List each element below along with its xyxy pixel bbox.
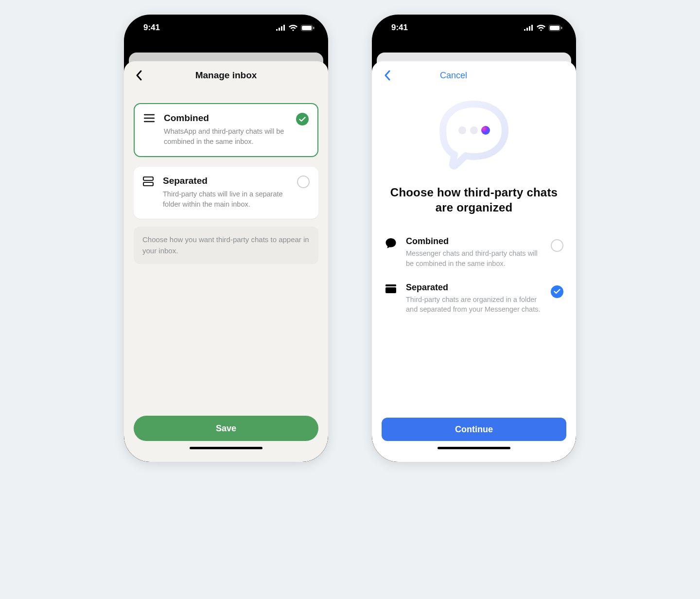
combined-lines-icon <box>142 113 156 146</box>
nav-bar: Manage inbox <box>124 61 328 89</box>
check-icon <box>299 117 306 122</box>
cellular-icon <box>276 25 285 31</box>
option-desc: Messenger chats and third-party chats wi… <box>406 248 542 268</box>
svg-point-8 <box>458 126 466 134</box>
svg-rect-12 <box>385 287 396 293</box>
battery-icon <box>301 25 315 31</box>
status-bar: 9:41 <box>372 15 576 41</box>
option-desc: WhatsApp and third-party chats will be c… <box>164 126 288 146</box>
option-title: Separated <box>163 176 289 186</box>
svg-point-10 <box>481 126 490 135</box>
svg-rect-7 <box>561 27 562 29</box>
hero-illustration <box>382 94 566 185</box>
nav-bar: Cancel <box>372 61 576 89</box>
option-title: Combined <box>406 236 542 247</box>
option-desc: Third-party chats are organized in a fol… <box>406 295 542 315</box>
radio-combined[interactable] <box>551 239 563 252</box>
cellular-icon <box>524 25 533 31</box>
option-separated[interactable]: Separated Third-party chats are organize… <box>382 276 566 321</box>
phone-whatsapp: 9:41 Manage inbox <box>124 15 328 462</box>
wifi-icon <box>537 25 545 31</box>
svg-rect-1 <box>302 26 312 30</box>
battery-icon <box>549 25 562 31</box>
option-separated[interactable]: Separated Third-party chats will live in… <box>134 167 318 219</box>
home-indicator <box>190 447 262 449</box>
check-icon <box>554 289 560 294</box>
chat-bubble-icon <box>435 100 513 173</box>
status-indicators <box>276 25 315 31</box>
folder-icon <box>385 282 397 294</box>
svg-rect-2 <box>313 27 315 29</box>
separated-rows-icon <box>141 176 155 209</box>
svg-rect-6 <box>550 26 560 30</box>
cancel-button[interactable]: Cancel <box>440 70 467 81</box>
svg-point-9 <box>470 126 478 134</box>
option-title: Separated <box>406 282 542 293</box>
back-button[interactable] <box>380 68 394 83</box>
status-bar: 9:41 <box>124 15 328 41</box>
page-title: Manage inbox <box>124 70 328 81</box>
sheet-manage-inbox: Manage inbox Combined WhatsApp and third… <box>124 61 328 462</box>
svg-rect-11 <box>385 284 396 286</box>
sheet-choose-organization: Cancel <box>372 61 576 462</box>
continue-button[interactable]: Continue <box>382 418 566 441</box>
radio-separated[interactable] <box>297 176 310 188</box>
option-combined[interactable]: Combined Messenger chats and third-party… <box>382 229 566 275</box>
option-desc: Third-party chats will live in a separat… <box>163 189 289 209</box>
radio-separated-selected[interactable] <box>551 285 563 298</box>
status-indicators <box>524 25 562 31</box>
home-indicator <box>438 447 510 449</box>
caption-text: Choose how you want third-party chats to… <box>134 227 318 264</box>
status-time: 9:41 <box>391 23 408 33</box>
option-combined[interactable]: Combined WhatsApp and third-party chats … <box>134 103 318 157</box>
radio-combined-selected[interactable] <box>296 113 309 125</box>
phone-messenger: 9:41 Cancel <box>372 15 576 462</box>
svg-rect-3 <box>143 177 153 180</box>
wifi-icon <box>289 25 298 31</box>
save-button[interactable]: Save <box>134 416 318 441</box>
option-title: Combined <box>164 113 288 123</box>
chat-filled-icon <box>385 236 397 249</box>
svg-rect-4 <box>143 182 153 186</box>
chevron-left-icon <box>384 70 390 81</box>
heading: Choose how third-party chats are organiz… <box>382 185 566 229</box>
status-time: 9:41 <box>143 23 160 33</box>
